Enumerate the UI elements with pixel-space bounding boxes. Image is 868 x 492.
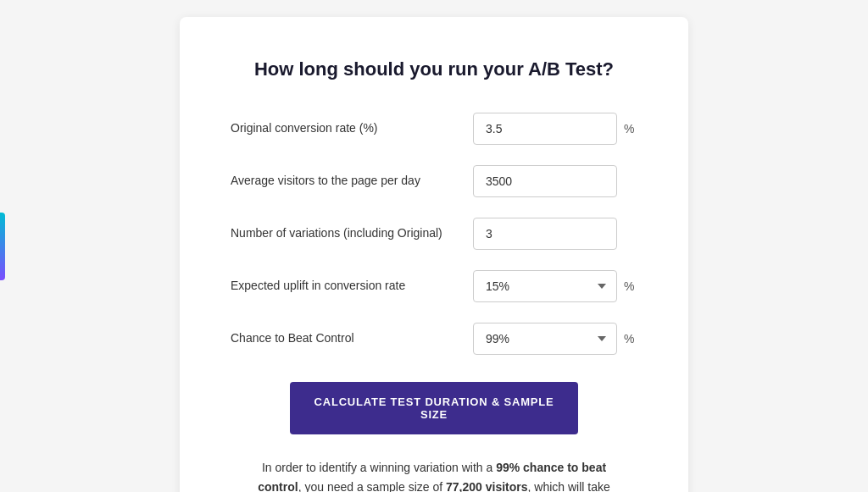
select-chance[interactable]: 90% 95% 99% <box>473 323 617 355</box>
label-chance: Chance to Beat Control <box>231 330 459 347</box>
input-variations[interactable] <box>473 218 617 250</box>
page-title: How long should you run your A/B Test? <box>231 58 637 82</box>
unit-uplift: % <box>624 279 637 293</box>
unit-chance: % <box>624 332 637 346</box>
result-sample-size: 77,200 visitors <box>446 480 528 492</box>
control-wrapper-visitors <box>473 165 637 197</box>
form-row-chance: Chance to Beat Control 90% 95% 99% % <box>231 323 637 355</box>
result-chance: 99% chance to beat control <box>258 461 606 492</box>
label-visitors: Average visitors to the page per day <box>231 173 459 190</box>
label-variations: Number of variations (including Original… <box>231 225 459 242</box>
calculate-button[interactable]: CALCULATE TEST DURATION & SAMPLE SIZE <box>290 382 578 434</box>
control-wrapper-uplift: 5% 10% 15% 20% 25% 30% % <box>473 270 637 302</box>
main-card: How long should you run your A/B Test? O… <box>180 17 688 492</box>
unit-conversion-rate: % <box>624 122 637 135</box>
left-accent <box>0 213 5 280</box>
input-conversion-rate[interactable] <box>473 113 617 145</box>
label-uplift: Expected uplift in conversion rate <box>231 278 459 295</box>
label-conversion-rate: Original conversion rate (%) <box>231 120 459 137</box>
form-row-uplift: Expected uplift in conversion rate 5% 10… <box>231 270 637 302</box>
select-uplift[interactable]: 5% 10% 15% 20% 25% 30% <box>473 270 617 302</box>
control-wrapper-chance: 90% 95% 99% % <box>473 323 637 355</box>
control-wrapper-variations <box>473 218 637 250</box>
form-fields: Original conversion rate (%) % Average v… <box>231 113 637 355</box>
result-text: In order to identify a winning variation… <box>231 458 637 492</box>
input-visitors[interactable] <box>473 165 617 197</box>
control-wrapper-conversion-rate: % <box>473 113 637 145</box>
form-row-variations: Number of variations (including Original… <box>231 218 637 250</box>
form-row-visitors: Average visitors to the page per day <box>231 165 637 197</box>
form-row-conversion-rate: Original conversion rate (%) % <box>231 113 637 145</box>
